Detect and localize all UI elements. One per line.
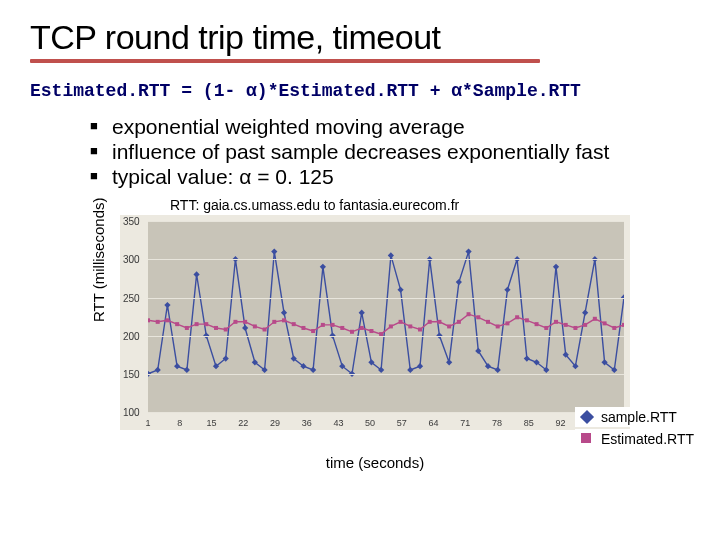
svg-rect-17 xyxy=(310,367,316,373)
svg-rect-92 xyxy=(554,320,558,324)
svg-rect-13 xyxy=(271,249,277,255)
chart-ytick: 200 xyxy=(123,330,140,341)
svg-rect-2 xyxy=(164,302,170,308)
svg-rect-25 xyxy=(388,253,394,259)
svg-rect-98 xyxy=(612,326,616,330)
chart-xtick: 8 xyxy=(177,418,182,428)
page-title: TCP round trip time, timeout xyxy=(30,18,690,57)
svg-rect-52 xyxy=(165,319,169,323)
svg-rect-80 xyxy=(437,320,441,324)
svg-rect-69 xyxy=(331,323,335,327)
svg-rect-22 xyxy=(359,310,365,316)
chart-xtick: 29 xyxy=(270,418,280,428)
svg-rect-10 xyxy=(242,325,248,331)
svg-rect-57 xyxy=(214,326,218,330)
svg-rect-85 xyxy=(486,320,490,324)
svg-rect-81 xyxy=(447,325,451,329)
svg-rect-88 xyxy=(515,316,519,320)
chart-xtick: 64 xyxy=(429,418,439,428)
svg-rect-67 xyxy=(311,329,315,333)
chart-ylabel: RTT (milliseconds) xyxy=(90,198,107,322)
title-underline xyxy=(30,59,540,63)
svg-rect-18 xyxy=(320,264,326,270)
svg-rect-32 xyxy=(456,279,462,285)
chart-plot-area xyxy=(148,221,624,412)
square-icon xyxy=(581,433,593,445)
chart-plot: 1001502002503003501815222936435057647178… xyxy=(120,215,630,430)
svg-rect-71 xyxy=(350,330,354,334)
svg-rect-91 xyxy=(544,326,548,330)
svg-rect-1 xyxy=(155,367,161,373)
svg-rect-73 xyxy=(369,329,373,333)
svg-rect-95 xyxy=(583,323,587,327)
svg-rect-84 xyxy=(476,316,480,320)
svg-rect-3 xyxy=(174,363,180,369)
svg-rect-63 xyxy=(272,320,276,324)
chart-svg xyxy=(148,221,624,412)
svg-rect-68 xyxy=(321,323,325,327)
svg-rect-53 xyxy=(175,322,179,326)
svg-rect-59 xyxy=(233,320,237,324)
chart-ytick: 350 xyxy=(123,216,140,227)
svg-rect-31 xyxy=(446,360,452,366)
svg-rect-94 xyxy=(573,326,577,330)
svg-rect-58 xyxy=(224,328,228,332)
chart-xlabel: time (seconds) xyxy=(120,454,630,471)
chart-xtick: 36 xyxy=(302,418,312,428)
chart-xtick: 43 xyxy=(333,418,343,428)
legend-label: Estimated.RTT xyxy=(601,431,694,447)
svg-rect-26 xyxy=(397,287,403,293)
svg-rect-42 xyxy=(553,264,559,270)
chart-xtick: 85 xyxy=(524,418,534,428)
svg-rect-39 xyxy=(524,356,530,362)
chart-ytick: 150 xyxy=(123,369,140,380)
formula-text: Estimated.RTT = (1- α)*Estimated.RTT + α… xyxy=(30,81,690,101)
svg-rect-89 xyxy=(525,319,529,323)
chart-xtick: 71 xyxy=(460,418,470,428)
svg-rect-60 xyxy=(243,320,247,324)
svg-rect-50 xyxy=(148,319,150,323)
svg-rect-75 xyxy=(389,325,393,329)
svg-rect-87 xyxy=(505,322,509,326)
svg-rect-97 xyxy=(603,322,607,326)
chart-ytick: 250 xyxy=(123,292,140,303)
svg-rect-61 xyxy=(253,325,257,329)
diamond-icon xyxy=(581,411,593,423)
svg-rect-28 xyxy=(417,363,423,369)
chart-xtick: 50 xyxy=(365,418,375,428)
svg-rect-66 xyxy=(301,326,305,330)
legend-row-sample: sample.RTT xyxy=(575,407,700,427)
svg-rect-82 xyxy=(457,320,461,324)
svg-rect-77 xyxy=(408,325,412,329)
svg-rect-33 xyxy=(465,249,471,255)
svg-rect-99 xyxy=(622,323,624,327)
chart-xtick: 15 xyxy=(206,418,216,428)
svg-rect-93 xyxy=(564,323,568,327)
svg-rect-27 xyxy=(407,367,413,373)
svg-rect-55 xyxy=(195,322,199,326)
svg-rect-76 xyxy=(399,320,403,324)
bullet-item: typical value: α = 0. 125 xyxy=(90,165,690,190)
chart-xtick: 1 xyxy=(145,418,150,428)
chart-ytick: 100 xyxy=(123,407,140,418)
bullet-item: influence of past sample decreases expon… xyxy=(90,140,690,165)
svg-rect-4 xyxy=(184,367,190,373)
svg-rect-83 xyxy=(467,313,471,317)
legend-label: sample.RTT xyxy=(601,409,677,425)
svg-rect-45 xyxy=(582,310,588,316)
svg-rect-56 xyxy=(204,322,208,326)
chart-xtick: 22 xyxy=(238,418,248,428)
bullet-item: exponential weighted moving average xyxy=(90,115,690,140)
svg-rect-78 xyxy=(418,328,422,332)
chart-container: RTT (milliseconds) RTT: gaia.cs.umass.ed… xyxy=(120,197,690,471)
chart-title: RTT: gaia.cs.umass.edu to fantasia.eurec… xyxy=(170,197,690,213)
svg-rect-72 xyxy=(360,326,364,330)
svg-rect-14 xyxy=(281,310,287,316)
svg-rect-65 xyxy=(292,322,296,326)
svg-rect-90 xyxy=(535,322,539,326)
chart-xtick: 78 xyxy=(492,418,502,428)
chart-xtick: 92 xyxy=(556,418,566,428)
legend-row-estimated: Estimated.RTT xyxy=(575,429,700,449)
chart-legend: sample.RTT Estimated.RTT xyxy=(575,405,700,449)
svg-rect-96 xyxy=(593,317,597,321)
